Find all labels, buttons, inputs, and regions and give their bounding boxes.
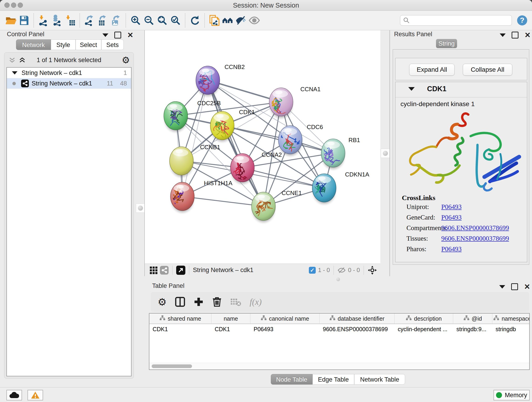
search-field[interactable] — [400, 15, 512, 26]
network-graph[interactable]: CCNB2CCNA1CDC25BCDK1CDC6RB1CCNB1CCNA2CDK… — [145, 30, 381, 264]
show-graphics-details-button[interactable] — [248, 13, 261, 27]
zoom-out-button[interactable] — [142, 13, 156, 27]
table-close-icon[interactable]: ✕ — [524, 284, 530, 289]
column-header-canonicalname[interactable]: canonical name — [250, 313, 320, 324]
right-splitter-handle[interactable] — [381, 149, 390, 158]
zoom-selected-button[interactable] — [169, 13, 182, 27]
home-button[interactable] — [221, 13, 234, 27]
table-horizontal-scrollbar[interactable] — [149, 363, 529, 370]
clone-network-button[interactable] — [208, 13, 221, 27]
table-cell[interactable]: stringdb — [492, 324, 530, 335]
collapse-all-button[interactable]: Collapse All — [463, 64, 512, 76]
tab-node-table[interactable]: Node Table — [271, 374, 312, 385]
zoom-in-button[interactable] — [129, 13, 142, 27]
column-header-name[interactable]: name — [211, 313, 250, 324]
tab-network-table[interactable]: Network Table — [354, 374, 405, 385]
node-HIST1H1A[interactable]: HIST1H1A — [171, 180, 233, 212]
table-row[interactable]: CDK1CDK1P064939606.ENSP00000378699cyclin… — [149, 324, 529, 335]
delete-table-icon[interactable] — [230, 297, 241, 306]
horizontal-splitter[interactable] — [144, 276, 532, 282]
section-expander-icon[interactable] — [408, 87, 415, 91]
crosslink-value-link[interactable]: P06493 — [441, 203, 462, 211]
tab-style[interactable]: Style — [51, 39, 76, 50]
export-image-button[interactable] — [109, 13, 123, 27]
birds-eye-view-icon[interactable] — [160, 266, 169, 274]
open-in-window-icon[interactable] — [176, 266, 185, 275]
search-input[interactable] — [410, 17, 507, 24]
results-close-icon[interactable]: ✕ — [525, 32, 531, 38]
node-CDKN1A[interactable]: CDKN1A — [312, 171, 369, 204]
table-cell[interactable]: stringdb:9... — [453, 324, 492, 335]
column-header-id[interactable]: @id — [453, 313, 492, 324]
node-CCNE1[interactable]: CCNE1 — [252, 190, 302, 222]
left-splitter-handle[interactable] — [136, 204, 145, 213]
tab-edge-table[interactable]: Edge Table — [312, 374, 354, 385]
save-session-button[interactable] — [17, 13, 31, 27]
table-cell[interactable]: CDK1 — [149, 324, 211, 335]
panel-close-icon[interactable]: ✕ — [127, 32, 133, 38]
export-table-button[interactable] — [96, 13, 109, 27]
memory-button[interactable]: Memory — [494, 390, 530, 400]
column-header-description[interactable]: description — [394, 313, 453, 324]
table-cell[interactable]: cyclin-dependent ... — [394, 324, 453, 335]
crosslink-value-link[interactable]: P06493 — [441, 214, 462, 221]
fit-center-icon[interactable] — [367, 265, 377, 275]
table-settings-gear-icon[interactable]: ⚙ — [158, 296, 167, 308]
node-CCNA1[interactable]: CCNA1 — [269, 86, 321, 118]
expand-all-button[interactable]: Expand All — [409, 64, 455, 76]
hidden-items-icon[interactable] — [337, 267, 346, 274]
gear-icon[interactable]: ⚙ — [122, 55, 130, 65]
crosslink-value-link[interactable]: 9606.ENSP00000378699 — [441, 224, 509, 232]
network-collection-row[interactable]: String Network – cdk1 1 — [7, 68, 131, 78]
help-button[interactable]: ? — [515, 13, 529, 27]
table-float-icon[interactable] — [511, 283, 518, 290]
cloud-button[interactable] — [6, 390, 22, 400]
function-builder-icon[interactable]: f(x) — [249, 297, 262, 307]
horizontal-splitter-handle[interactable] — [336, 278, 340, 281]
tab-string[interactable]: String — [436, 39, 457, 48]
edge-HIST1H1A-CCNE1[interactable] — [182, 196, 264, 206]
left-splitter[interactable] — [135, 30, 144, 387]
tab-select[interactable]: Select — [76, 39, 101, 50]
tab-network[interactable]: Network — [16, 39, 51, 50]
create-column-icon[interactable] — [194, 297, 204, 307]
zoom-fit-button[interactable] — [156, 13, 169, 27]
node-CDC6[interactable]: CDC6 — [278, 123, 323, 156]
network-view[interactable]: CCNB2CCNA1CDC25BCDK1CDC6RB1CCNB1CCNA2CDK… — [144, 30, 381, 264]
right-splitter[interactable] — [380, 30, 389, 276]
table-cell[interactable]: P06493 — [250, 324, 320, 335]
warning-button[interactable] — [27, 390, 43, 400]
selected-counts: 1 - 0 — [318, 267, 330, 274]
tree-expander-icon[interactable] — [12, 71, 17, 75]
results-menu-icon[interactable] — [500, 33, 506, 37]
import-network-button[interactable] — [37, 13, 50, 27]
cdk1-section-header[interactable]: CDK1 — [395, 82, 527, 97]
selected-nodes-checkbox[interactable]: ✓ — [309, 267, 316, 274]
table-cell[interactable]: CDK1 — [211, 324, 250, 335]
node-CCNB2[interactable]: CCNB2 — [196, 64, 245, 96]
hide-graphics-details-button[interactable] — [234, 13, 248, 27]
column-header-databaseidentifier[interactable]: database identifier — [320, 313, 394, 324]
network-row[interactable]: String Network – cdk1 11 48 — [7, 78, 131, 89]
crosslink-value-link[interactable]: 9606.ENSP00000378699 — [441, 235, 509, 242]
export-network-button[interactable] — [83, 13, 96, 27]
refresh-button[interactable] — [188, 13, 202, 27]
scrollbar-thumb[interactable] — [152, 364, 192, 368]
results-float-icon[interactable] — [512, 32, 519, 38]
open-session-button[interactable] — [4, 13, 17, 27]
panel-menu-icon[interactable] — [102, 33, 108, 37]
delete-column-icon[interactable] — [212, 297, 222, 307]
table-menu-icon[interactable] — [499, 285, 505, 288]
crosslink-value-link[interactable]: P06493 — [441, 245, 462, 253]
table-cell[interactable]: 9606.ENSP00000378699 — [320, 324, 394, 335]
show-columns-icon[interactable] — [175, 297, 185, 307]
edge-CCNB2-CCNE1[interactable] — [208, 80, 264, 206]
node-RB1[interactable]: RB1 — [321, 137, 360, 169]
column-header-namespace[interactable]: namespace — [492, 313, 530, 324]
tab-sets[interactable]: Sets — [101, 39, 124, 50]
column-header-sharedname[interactable]: shared name — [149, 313, 211, 324]
import-table-button[interactable] — [63, 13, 77, 27]
grid-view-icon[interactable] — [149, 266, 158, 274]
import-network-from-database-button[interactable] — [50, 13, 63, 27]
panel-float-icon[interactable] — [114, 32, 121, 38]
